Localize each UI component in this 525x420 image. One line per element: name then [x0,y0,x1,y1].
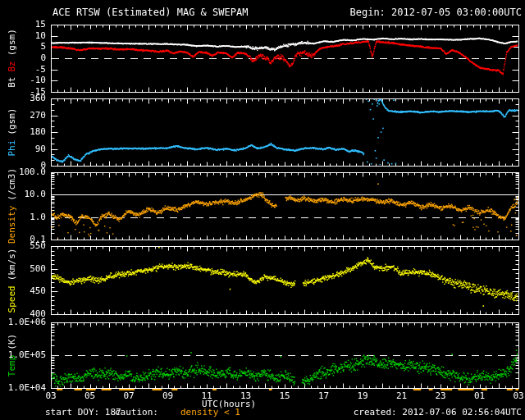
x-tick-label: 09 [158,391,178,401]
caution-value: density < 1 [180,408,240,418]
y-tick-label: 0 [0,53,46,63]
y-tick-label: 10 [0,31,46,41]
caution-label: caution: [115,408,158,418]
y-tick-label: 10.0 [0,189,46,199]
y-tick-label: 450 [0,286,46,296]
created-timestamp: created: 2012-07-06 02:56:04UTC [354,408,522,418]
ylabel-part: (K) [7,334,17,350]
y-tick-label: 100.0 [0,167,46,177]
y-tick-label: 1.0E+04 [0,383,46,393]
x-tick-label: 03 [41,391,61,401]
x-tick-label: 03 [509,391,525,401]
x-tick-label: 05 [80,391,100,401]
x-tick-label: 07 [119,391,139,401]
y-tick-label: 5 [0,42,46,52]
y-tick-label: 1.0 [0,212,46,222]
x-tick-label: 01 [470,391,490,401]
x-tick-label: 17 [314,391,334,401]
y-tick-label: -5 [0,65,46,75]
x-tick-label: 23 [431,391,450,401]
ace-rtsw-plot: ACE RTSW (Estimated) MAG & SWEPAM Begin:… [0,0,525,420]
y-tick-label: 90 [0,144,46,154]
y-tick-label: 550 [0,241,46,251]
y-tick-label: 15 [0,20,46,30]
y-tick-label: -10 [0,75,46,85]
start-doy-label: start DOY: 187 [45,408,121,418]
x-tick-label: 15 [275,391,294,401]
x-tick-label: 19 [353,391,372,401]
page-title: ACE RTSW (Estimated) MAG & SWEPAM [52,7,248,18]
y-tick-label: 270 [0,111,46,121]
y-tick-label: 1.0E+05 [0,350,46,360]
x-tick-label: 21 [392,391,412,401]
y-tick-label: 1.0E+06 [0,317,46,327]
y-tick-label: 500 [0,264,46,274]
plot-canvas [0,0,525,420]
y-tick-label: 360 [0,94,46,103]
y-tick-label: 180 [0,127,46,137]
begin-timestamp: Begin: 2012-07-05 03:00:00UTC [349,7,522,18]
